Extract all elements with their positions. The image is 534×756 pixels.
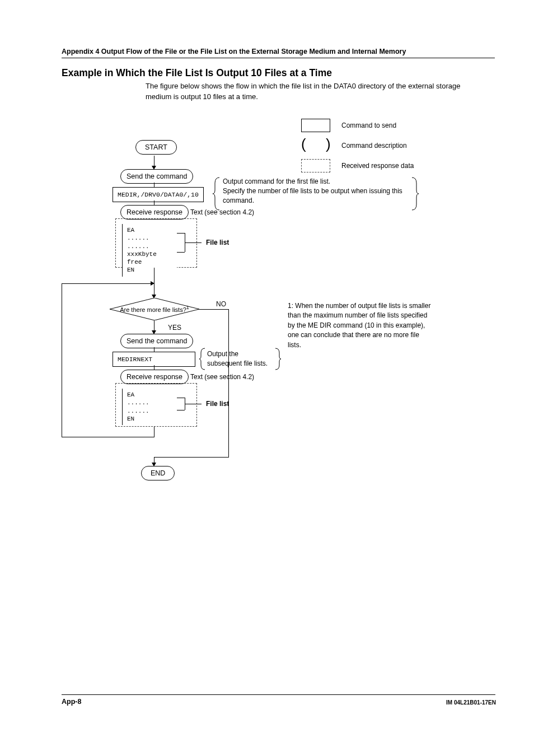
cmd2-note: Output the subsequent file lists.	[207, 349, 285, 368]
conn	[154, 347, 154, 352]
section-title: Example in Which the File List Is Output…	[62, 67, 332, 79]
cmd1-note: Output command for the first file list. …	[223, 177, 424, 205]
conn	[154, 427, 154, 437]
legend-cmd-box	[301, 119, 330, 132]
legend-resp-text: Received response data	[341, 162, 414, 170]
appendix-header: Appendix 4 Output Flow of the File or th…	[62, 48, 495, 58]
bracket	[177, 398, 185, 398]
resp-line: EA	[127, 391, 174, 399]
text-ref-1: Text (see section 4.2)	[190, 208, 254, 216]
yes-label: YES	[168, 324, 181, 332]
conn	[228, 309, 229, 457]
receive-response-2: Receive response	[120, 370, 189, 384]
cmd2-box: MEDIRNEXT	[113, 352, 195, 367]
file-list-label-1: File list	[206, 239, 229, 246]
resp-line: ......	[127, 407, 174, 415]
resp-line: ......	[127, 399, 174, 407]
legend-cmd-text: Command to send	[341, 122, 396, 129]
conn	[154, 320, 154, 332]
page-number: App-8	[62, 694, 495, 706]
brace-icon	[274, 347, 281, 371]
conn	[154, 283, 154, 296]
bracket	[185, 242, 202, 243]
cmd1-box: MEDIR,/DRV0/DATA0/,10	[113, 187, 204, 202]
conn	[154, 365, 154, 370]
send-command-1: Send the command	[120, 169, 193, 184]
conn	[62, 283, 62, 437]
no-label: NO	[216, 300, 226, 308]
bracket	[177, 233, 185, 234]
receive-response-1: Receive response	[120, 205, 189, 220]
conn	[199, 309, 228, 310]
resp-line: EA	[127, 226, 174, 234]
send-command-2: Send the command	[120, 334, 193, 348]
legend-desc-text: Command description	[341, 142, 407, 150]
legend-paren-close: )	[326, 136, 331, 153]
conn	[62, 283, 154, 284]
conn	[154, 183, 154, 187]
conn	[62, 437, 154, 437]
resp-line: ......	[127, 234, 174, 242]
legend-dash-box	[301, 159, 330, 172]
brace-icon	[213, 176, 222, 211]
text-ref-2: Text (see section 4.2)	[190, 373, 254, 381]
response1-box: EA ...... ...... xxxKbyte free EN	[122, 224, 177, 277]
resp-line: EN	[127, 266, 174, 274]
conn	[154, 200, 154, 205]
flowchart-diagram: Command to send ( ) Command description …	[62, 112, 470, 493]
intro-text: The figure below shows the flow in which…	[146, 81, 478, 102]
start-node: START	[135, 140, 177, 155]
brace-icon	[410, 176, 419, 211]
decision-node: Are there more file lists?1	[110, 298, 199, 320]
bracket	[177, 410, 185, 410]
decision-text: Are there more file lists?	[120, 306, 186, 313]
end-node: END	[141, 466, 175, 480]
response2-box: EA ...... ...... EN	[122, 389, 177, 425]
footnote-1: 1: When the number of output file lists …	[288, 301, 433, 350]
decision-sup: 1	[186, 305, 189, 310]
doc-id: IM 04L21B01-17EN	[446, 697, 496, 706]
resp-line: EN	[127, 415, 174, 423]
resp-line: ......	[127, 242, 174, 250]
conn	[154, 457, 229, 458]
bracket	[185, 404, 202, 404]
legend-paren-open: (	[301, 136, 306, 153]
arrow	[154, 156, 154, 167]
brace-icon	[199, 347, 206, 371]
file-list-label-2: File list	[206, 400, 229, 408]
bracket	[177, 252, 185, 253]
resp-line: xxxKbyte free	[127, 250, 174, 267]
